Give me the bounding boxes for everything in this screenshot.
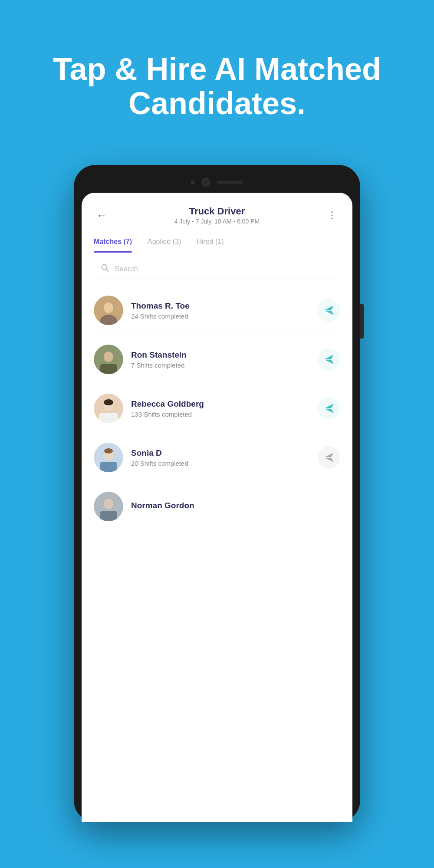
- svg-point-14: [104, 399, 113, 405]
- candidate-shifts: 7 Shifts completed: [131, 362, 318, 369]
- tabs-bar: Matches (7) Applied (3) Hired (1): [82, 225, 352, 252]
- avatar: [94, 443, 123, 472]
- phone-speaker: [191, 181, 194, 184]
- header-center: Truck Driver 4 July - 7 July, 10 AM - 6:…: [109, 206, 325, 225]
- svg-point-23: [105, 499, 112, 508]
- phone-frame: ← Truck Driver 4 July - 7 July, 10 AM - …: [74, 165, 360, 822]
- candidate-info: Rebecca Goldberg 133 Shifts completed: [131, 399, 318, 418]
- candidate-name: Sonia D: [131, 448, 318, 458]
- search-bar[interactable]: Search: [94, 259, 340, 279]
- svg-line-1: [107, 270, 109, 272]
- send-invite-button[interactable]: [318, 299, 340, 322]
- svg-point-0: [102, 265, 107, 270]
- candidate-shifts: 20 Shifts completed: [131, 460, 318, 467]
- svg-rect-12: [99, 413, 118, 423]
- svg-point-19: [104, 448, 113, 454]
- phone-camera: [201, 178, 210, 187]
- send-icon: [323, 451, 335, 464]
- send-invite-button[interactable]: [318, 397, 340, 420]
- hero-headline: Tap & Hire AI Matched Candidates.: [26, 52, 408, 121]
- candidate-name: Thomas R. Toe: [131, 301, 318, 311]
- tab-matches[interactable]: Matches (7): [94, 233, 132, 252]
- phone-notch: [82, 174, 352, 193]
- candidate-shifts: 24 Shifts completed: [131, 312, 318, 320]
- search-placeholder: Search: [115, 265, 138, 273]
- candidate-name: Rebecca Goldberg: [131, 399, 318, 409]
- svg-point-9: [105, 352, 112, 361]
- search-icon: [101, 263, 109, 274]
- candidate-info: Thomas R. Toe 24 Shifts completed: [131, 301, 318, 320]
- tab-hired[interactable]: Hired (1): [197, 233, 224, 252]
- tab-applied[interactable]: Applied (3): [148, 233, 181, 252]
- send-icon: [323, 402, 335, 414]
- send-invite-button[interactable]: [318, 446, 340, 469]
- hero-section: Tap & Hire AI Matched Candidates.: [0, 0, 434, 147]
- back-button[interactable]: ←: [94, 207, 109, 223]
- send-icon: [323, 304, 335, 316]
- avatar: [94, 394, 123, 423]
- candidate-name: Norman Gordon: [131, 501, 340, 510]
- send-invite-button[interactable]: [318, 348, 340, 371]
- candidate-shifts: 133 Shifts completed: [131, 411, 318, 418]
- candidate-item[interactable]: Thomas R. Toe 24 Shifts completed: [94, 286, 340, 335]
- candidate-item[interactable]: Norman Gordon: [94, 482, 340, 531]
- candidate-list: Thomas R. Toe 24 Shifts completed: [82, 286, 352, 531]
- phone-mic: [217, 181, 243, 184]
- candidate-item[interactable]: Rebecca Goldberg 133 Shifts completed: [94, 384, 340, 433]
- svg-rect-22: [100, 511, 117, 521]
- candidate-name: Ron Stanstein: [131, 350, 318, 360]
- job-date: 4 July - 7 July, 10 AM - 6:00 PM: [109, 218, 325, 225]
- svg-point-5: [105, 303, 112, 312]
- avatar: [94, 345, 123, 374]
- candidate-info: Norman Gordon: [131, 501, 340, 512]
- avatar: [94, 296, 123, 325]
- candidate-item[interactable]: Ron Stanstein 7 Shifts completed: [94, 335, 340, 384]
- send-icon: [323, 353, 335, 365]
- avatar: [94, 492, 123, 521]
- phone-volume-button: [360, 304, 364, 339]
- svg-rect-8: [100, 364, 117, 374]
- more-options-button[interactable]: ⋮: [325, 207, 340, 223]
- more-dots-icon: ⋮: [327, 210, 338, 220]
- app-header: ← Truck Driver 4 July - 7 July, 10 AM - …: [82, 193, 352, 225]
- candidate-info: Sonia D 20 Shifts completed: [131, 448, 318, 467]
- back-arrow-icon: ←: [96, 209, 107, 221]
- phone-mockup: ← Truck Driver 4 July - 7 July, 10 AM - …: [74, 165, 360, 822]
- candidate-info: Ron Stanstein 7 Shifts completed: [131, 350, 318, 369]
- job-title: Truck Driver: [109, 206, 325, 217]
- phone-screen: ← Truck Driver 4 July - 7 July, 10 AM - …: [82, 193, 352, 822]
- candidate-item[interactable]: Sonia D 20 Shifts completed: [94, 433, 340, 482]
- svg-rect-17: [100, 462, 117, 472]
